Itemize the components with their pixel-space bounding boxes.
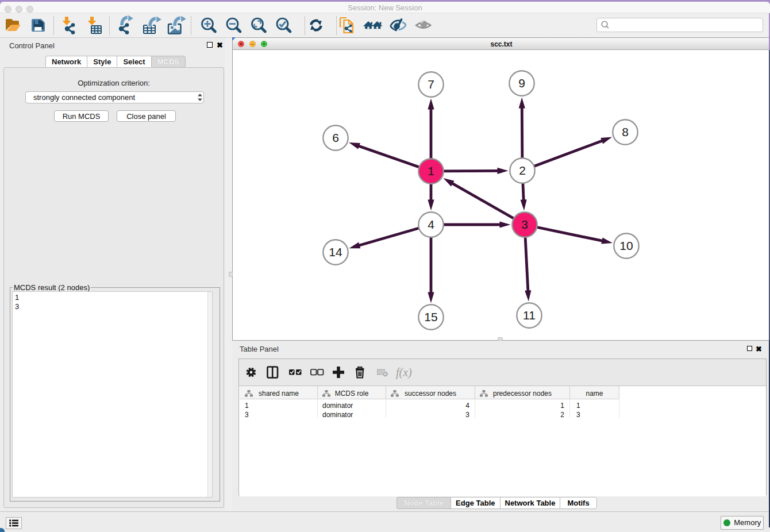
svg-text:f(x): f(x) xyxy=(396,366,412,379)
svg-text:9: 9 xyxy=(518,76,525,90)
svg-text:11: 11 xyxy=(523,309,536,322)
svg-text:14: 14 xyxy=(329,245,342,259)
svg-text:1: 1 xyxy=(428,164,434,178)
svg-text:8: 8 xyxy=(622,125,629,138)
svg-text:15: 15 xyxy=(424,310,437,323)
svg-text:4: 4 xyxy=(428,218,434,231)
svg-text:7: 7 xyxy=(428,78,434,91)
svg-text:2: 2 xyxy=(519,164,526,177)
svg-text:10: 10 xyxy=(619,239,633,252)
svg-text:6: 6 xyxy=(332,131,339,144)
svg-text:3: 3 xyxy=(521,218,528,231)
